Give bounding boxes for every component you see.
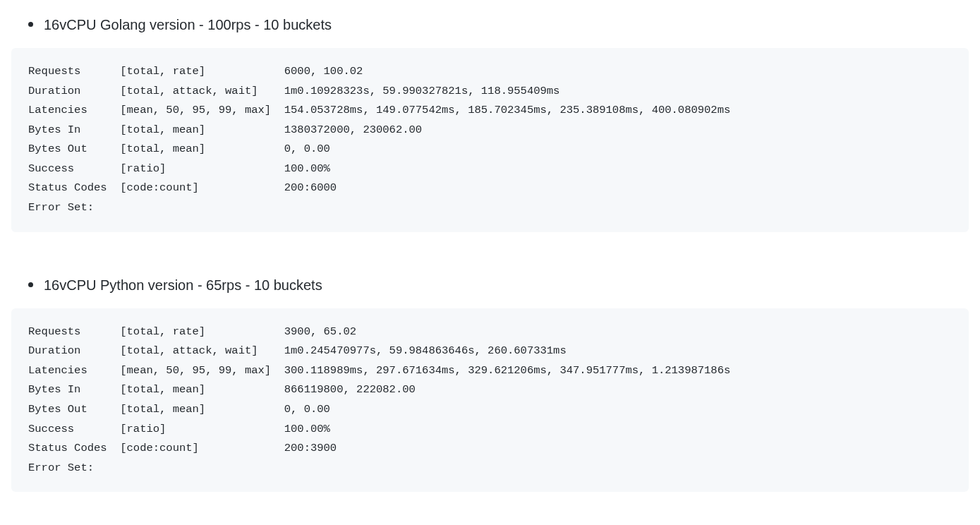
bullet-item: 16vCPU Python version - 65rps - 10 bucke… bbox=[28, 274, 969, 296]
document-content: 16vCPU Golang version - 100rps - 10 buck… bbox=[11, 14, 969, 492]
bullet-list: 16vCPU Python version - 65rps - 10 bucke… bbox=[28, 274, 969, 296]
benchmark-section: 16vCPU Golang version - 100rps - 10 buck… bbox=[11, 14, 969, 232]
benchmark-section: 16vCPU Python version - 65rps - 10 bucke… bbox=[11, 274, 969, 493]
benchmark-output: Requests [total, rate] 3900, 65.02 Durat… bbox=[11, 308, 969, 493]
bullet-item: 16vCPU Golang version - 100rps - 10 buck… bbox=[28, 14, 969, 35]
bullet-list: 16vCPU Golang version - 100rps - 10 buck… bbox=[28, 14, 969, 35]
benchmark-output: Requests [total, rate] 6000, 100.02 Dura… bbox=[11, 48, 969, 232]
